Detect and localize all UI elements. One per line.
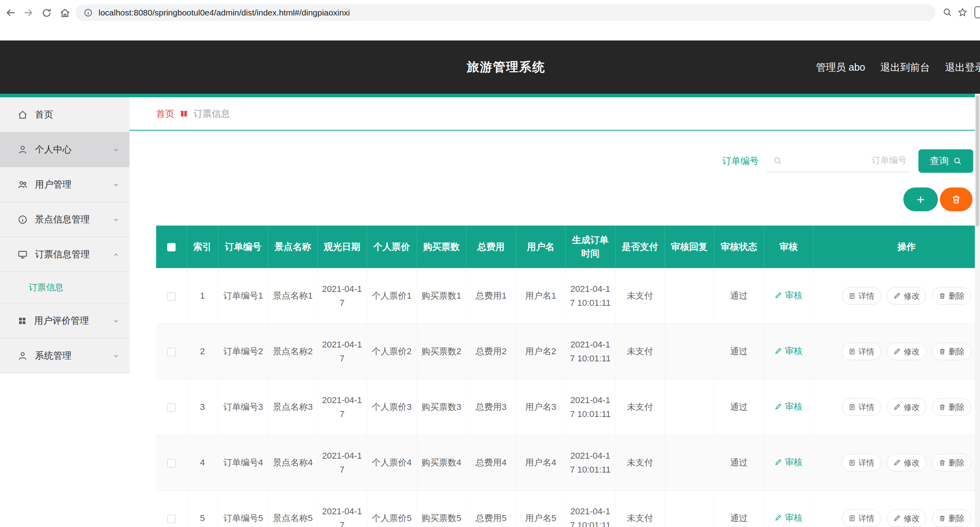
delete-button[interactable]: 删除 [932,287,971,305]
audit-link-label: 审核 [785,288,802,302]
detail-button[interactable]: 详情 [842,454,881,471]
column-header: 审核 [764,226,813,268]
detail-button[interactable]: 详情 [842,343,881,360]
row-checkbox[interactable] [167,403,176,412]
delete-button-label: 删除 [949,290,965,302]
add-button[interactable]: + [903,187,938,211]
sidebar-item-home[interactable]: 首页 [0,97,130,132]
trash-icon [939,348,946,355]
delete-button[interactable]: 删除 [932,510,971,527]
trash-icon [939,515,946,522]
row-checkbox[interactable] [167,459,176,467]
table-row: 2订单编号2景点名称22021-04-17个人票价2购买票数2总费用2用户名22… [156,324,980,379]
cell-total: 总费用1 [466,268,516,324]
cell-status: 通过 [714,268,764,324]
exit-to-front-link[interactable]: 退出到前台 [880,61,930,74]
edit-button[interactable]: 修改 [887,343,926,360]
admin-label[interactable]: 管理员 abo [816,61,865,74]
user-icon [17,145,28,155]
breadcrumb-home-link[interactable]: 首页 [156,108,174,120]
cell-total: 总费用2 [466,324,516,379]
cell-index: 2 [187,324,218,379]
cell-created: 2021-04-17 10:01:11 [565,324,615,379]
sidebar-subitem-ticket-info[interactable]: 订票信息 [0,272,130,303]
audit-link[interactable]: 审核 [775,344,802,358]
forward-icon[interactable] [21,6,35,19]
cell-spot_name: 景点名称1 [268,268,317,324]
audit-link[interactable]: 审核 [775,400,802,413]
cell-status: 通过 [714,490,764,527]
audit-link[interactable]: 审核 [775,511,802,525]
delete-button[interactable]: 删除 [932,454,971,471]
column-header: 是否支付 [615,226,665,268]
column-header: 索引 [187,226,218,268]
row-checkbox[interactable] [167,292,176,301]
bookmark-star-icon[interactable] [957,7,968,19]
row-checkbox[interactable] [167,515,176,523]
search-input[interactable] [767,149,910,172]
sidebar-item-review-management[interactable]: 用户评价管理 [0,303,130,338]
detail-button[interactable]: 详情 [842,398,881,416]
cell-spot_name: 景点名称3 [268,379,317,435]
chevron-down-icon [112,216,120,224]
audit-link[interactable]: 审核 [775,288,802,302]
detail-button-label: 详情 [858,290,874,302]
cell-username: 用户名3 [516,379,565,435]
pencil-icon [775,403,782,410]
cell-total: 总费用4 [466,435,516,490]
query-button-label: 查询 [930,154,949,167]
cell-actions: 详情修改删除 [813,379,980,435]
delete-button[interactable]: 删除 [932,398,971,416]
pencil-icon [893,292,901,299]
sidebar-item-scenic-info-management[interactable]: 景点信息管理 [0,202,130,237]
address-bar[interactable]: localhost:8080/springbootul0e4/admin/dis… [75,4,936,21]
sidebar-item-label: 景点信息管理 [35,213,90,226]
cell-paid: 未支付 [615,435,665,490]
column-header: 景点名称 [268,226,317,268]
sidebar-item-personal-center[interactable]: 个人中心 [0,132,130,167]
detail-button[interactable]: 详情 [842,287,881,305]
cell-visit_date: 2021-04-17 [317,490,367,527]
chevron-up-icon [112,251,120,259]
sidebar-item-ticket-info-management[interactable]: 订票信息管理 [0,237,130,272]
batch-delete-button[interactable] [940,187,972,211]
cell-paid: 未支付 [615,324,665,379]
query-button[interactable]: 查询 [918,149,973,173]
back-icon[interactable] [4,6,17,19]
side-panel-icon[interactable] [974,6,980,18]
browser-home-icon[interactable] [58,6,72,19]
sidebar-item-label: 个人中心 [35,143,72,156]
edit-button[interactable]: 修改 [887,398,926,416]
info-icon[interactable] [83,8,93,17]
sidebar-item-label: 系统管理 [35,349,72,362]
audit-link[interactable]: 审核 [775,455,802,469]
scrollbar-thumb[interactable] [976,95,979,226]
select-all-checkbox[interactable] [167,243,176,251]
cell-order_no: 订单编号1 [218,268,268,324]
sidebar-item-user-management[interactable]: 用户管理 [0,167,130,202]
breadcrumb-current: 订票信息 [193,108,230,120]
detail-button[interactable]: 详情 [842,510,881,527]
select-all-header [156,226,187,268]
search-label: 订单编号 [722,155,759,167]
breadcrumb-red-icon [180,110,188,118]
sidebar-item-label: 首页 [35,108,53,121]
cell-actions: 详情修改删除 [813,324,980,379]
edit-button[interactable]: 修改 [887,510,926,527]
row-checkbox[interactable] [167,348,176,356]
refresh-icon[interactable] [40,6,53,19]
trash-icon [939,292,946,299]
pencil-icon [893,403,901,411]
edit-button[interactable]: 修改 [887,287,926,305]
cell-reply [665,435,714,490]
edit-button[interactable]: 修改 [887,454,926,471]
sidebar-item-system-management[interactable]: 系统管理 [0,338,130,373]
sidebar-item-label: 用户评价管理 [34,315,89,327]
logout-link[interactable]: 退出登录 [945,61,980,74]
cell-created: 2021-04-17 10:01:11 [565,490,615,527]
screen: localhost:8080/springbootul0e4/admin/dis… [0,0,980,527]
delete-button[interactable]: 删除 [932,343,971,360]
cell-order_no: 订单编号3 [218,379,268,435]
zoom-icon[interactable] [942,7,953,19]
cell-checkbox [156,490,187,527]
